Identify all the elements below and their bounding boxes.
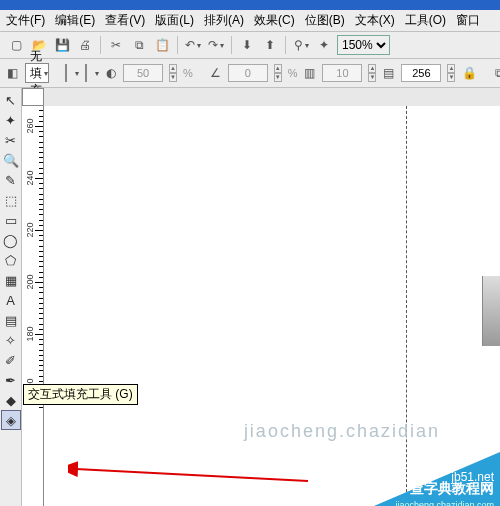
shape-tool[interactable]: ✦ [1,110,21,130]
eyedropper-tool[interactable]: ✐ [1,350,21,370]
menu-effects[interactable]: 效果(C) [254,12,295,29]
interactive-fill-tool[interactable]: ◈ [1,410,21,430]
to-color-swatch[interactable] [85,64,87,82]
percent-label: % [288,67,298,79]
menu-edit[interactable]: 编辑(E) [55,12,95,29]
save-button[interactable]: 💾 [52,35,72,55]
edit-fill-button[interactable]: ◧ [6,63,19,83]
pick-tool[interactable]: ↖ [1,90,21,110]
new-button[interactable]: ▢ [6,35,26,55]
blend-tool[interactable]: ✧ [1,330,21,350]
angle-input[interactable] [228,64,268,82]
spinner[interactable]: ▲▼ [368,64,376,82]
separator [100,36,101,54]
cut-button[interactable]: ✂ [106,35,126,55]
standard-toolbar: ▢ 📂 💾 🖨 ✂ ⧉ 📋 ↶▾ ↷▾ ⬇ ⬆ ⚲▾ ✦ 150% [0,32,500,59]
menu-view[interactable]: 查看(V) [105,12,145,29]
chevron-down-icon: ▾ [44,69,48,78]
spinner[interactable]: ▲▼ [169,64,177,82]
export-button[interactable]: ⬆ [260,35,280,55]
menubar: 文件(F) 编辑(E) 查看(V) 版面(L) 排列(A) 效果(C) 位图(B… [0,10,500,32]
separator [231,36,232,54]
menu-arrange[interactable]: 排列(A) [204,12,244,29]
ellipse-tool[interactable]: ◯ [1,230,21,250]
copy-button[interactable]: ⧉ [129,35,149,55]
rectangle-tool[interactable]: ▭ [1,210,21,230]
crop-tool[interactable]: ✂ [1,130,21,150]
watermark-faded: jiaocheng.chazidian [244,421,440,442]
edge-pad-icon: ▥ [303,63,316,83]
copy-fill-button[interactable]: ⧉ [494,63,500,83]
menu-layout[interactable]: 版面(L) [155,12,194,29]
welcome-button[interactable]: ✦ [314,35,334,55]
fill-type-select[interactable]: 无填充 ▾ [25,63,49,83]
midpoint-input[interactable] [123,64,163,82]
outline-tool[interactable]: ✒ [1,370,21,390]
canvas-area: 140120100806040200 260240220200180160 ji… [22,88,500,506]
redo-button[interactable]: ↷▾ [206,35,226,55]
zoom-tool[interactable]: 🔍 [1,150,21,170]
table-tool[interactable]: ▤ [1,310,21,330]
separator [177,36,178,54]
smart-fill-tool[interactable]: ⬚ [1,190,21,210]
separator [285,36,286,54]
text-tool[interactable]: A [1,290,21,310]
app-launcher-button[interactable]: ⚲▾ [291,35,311,55]
menu-tools[interactable]: 工具(O) [405,12,446,29]
toolbox: ↖ ✦ ✂ 🔍 ✎ ⬚ ▭ ◯ ⬠ ▦ A ▤ ✧ ✐ ✒ ◆ ◈ [0,88,22,506]
property-bar: ◧ 无填充 ▾ ▾ ▾ ◐ ▲▼ % ∠ ▲▼ % ▥ ▲▼ ▤ ▲▼ 🔒 ⧉ [0,59,500,88]
workspace: ↖ ✦ ✂ 🔍 ✎ ⬚ ▭ ◯ ⬠ ▦ A ▤ ✧ ✐ ✒ ◆ ◈ 140120… [0,88,500,506]
menu-file[interactable]: 文件(F) [6,12,45,29]
fill-tool[interactable]: ◆ [1,390,21,410]
undo-button[interactable]: ↶▾ [183,35,203,55]
tool-tooltip: 交互式填充工具 (G) [23,384,138,405]
ruler-origin[interactable] [22,88,44,106]
vertical-ruler[interactable]: 260240220200180160 [22,106,44,506]
midpoint-button[interactable]: ◐ [105,63,117,83]
spinner[interactable]: ▲▼ [447,64,455,82]
from-color-swatch[interactable] [65,64,67,82]
polygon-tool[interactable]: ⬠ [1,250,21,270]
object-cube[interactable] [482,276,500,346]
basic-shapes-tool[interactable]: ▦ [1,270,21,290]
canvas[interactable]: jiaocheng.chazidian jb51.net 查字典教程网 jiao… [44,106,500,506]
annotation-arrow [68,459,318,489]
titlebar [0,0,500,10]
chevron-down-icon: ▾ [75,69,79,78]
steps-icon: ▤ [382,63,395,83]
print-button[interactable]: 🖨 [75,35,95,55]
angle-icon: ∠ [209,63,222,83]
menu-bitmap[interactable]: 位图(B) [305,12,345,29]
paste-button[interactable]: 📋 [152,35,172,55]
zoom-select[interactable]: 150% [337,35,390,55]
svg-line-1 [76,469,308,481]
menu-text[interactable]: 文本(X) [355,12,395,29]
steps-input[interactable] [401,64,441,82]
spinner[interactable]: ▲▼ [274,64,282,82]
menu-window[interactable]: 窗口 [456,12,480,29]
vertical-guide[interactable] [406,106,407,506]
freehand-tool[interactable]: ✎ [1,170,21,190]
import-button[interactable]: ⬇ [237,35,257,55]
pad-left-input[interactable] [322,64,362,82]
percent-label: % [183,67,193,79]
chevron-down-icon: ▾ [95,69,99,78]
lock-button[interactable]: 🔒 [461,63,478,83]
